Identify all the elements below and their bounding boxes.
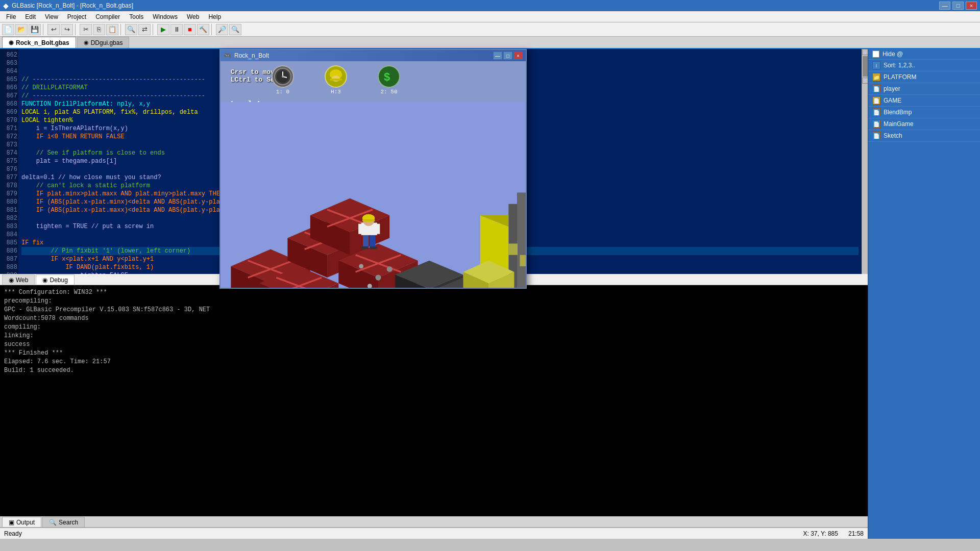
menu-view[interactable]: View — [41, 12, 62, 21]
debug-tab[interactable]: ◉ Debug — [36, 274, 74, 285]
menu-windows[interactable]: Windows — [149, 12, 182, 21]
tabs-bar: ◉ Rock_n_Bolt.gbas ◉ DDgui.gbas — [0, 37, 980, 49]
panel-item-sketch[interactable]: 📄Sketch — [868, 130, 980, 142]
scroll-up[interactable]: ▲ — [862, 49, 868, 55]
game-window[interactable]: 🎮 Rock_n_Bolt — □ × Crsr to move LCtrl t… — [219, 49, 527, 289]
panel-icon-blendbmp: 📄 — [872, 108, 880, 116]
game-window-title: Rock_n_Bolt — [234, 52, 269, 59]
scroll-down[interactable]: ▼ — [862, 78, 868, 84]
hud-player: H:3 — [325, 65, 347, 95]
svg-point-74 — [375, 275, 381, 281]
undo-button[interactable]: ↩ — [47, 24, 60, 35]
svg-rect-61 — [363, 234, 369, 248]
panel-label-sketch: Sketch — [884, 132, 902, 139]
minimize-button[interactable]: — — [939, 2, 950, 10]
replace-button[interactable]: ⇄ — [138, 24, 151, 35]
panel-item-maingame[interactable]: 📄MainGame — [868, 118, 980, 130]
tab-icon-2: ◉ — [84, 39, 89, 46]
panel-icon-maingame: 📄 — [872, 120, 880, 128]
tab-rock-n-bolt[interactable]: ◉ Rock_n_Bolt.gbas — [2, 37, 76, 48]
cut-button[interactable]: ✂ — [80, 24, 92, 35]
title-bar-right: — □ × — [939, 2, 977, 10]
menu-file[interactable]: File — [2, 12, 20, 21]
paste-button[interactable]: 📋 — [106, 24, 118, 35]
tb-sep-3 — [120, 24, 123, 35]
output-line: Elapsed: 7.6 sec. Time: 21:57 — [4, 358, 864, 366]
panel-label-platform: PLATFORM — [884, 73, 916, 81]
copy-button[interactable]: ⎘ — [93, 24, 105, 35]
menu-help[interactable]: Help — [204, 12, 225, 21]
tab-label-1: Rock_n_Bolt.gbas — [16, 39, 69, 46]
save-button[interactable]: 💾 — [29, 24, 41, 35]
web-tab[interactable]: ◉ Web — [2, 274, 35, 285]
output-tab[interactable]: ▣ Output — [2, 517, 41, 527]
sort-label: Sort: 1,2,3.. — [884, 62, 915, 69]
menu-edit[interactable]: Edit — [21, 12, 40, 21]
hud-icons: 1: 0 H:3 — [272, 65, 400, 95]
hide-checkbox[interactable]: ✓ — [872, 51, 879, 58]
pause-button[interactable]: ⏸ — [170, 24, 183, 35]
zoom-out-button[interactable]: 🔍 — [229, 24, 241, 35]
output-line: Wordcount:5078 commands — [4, 314, 864, 323]
svg-marker-11 — [517, 193, 526, 288]
game-close-btn[interactable]: × — [513, 52, 523, 60]
open-button[interactable]: 📂 — [15, 24, 28, 35]
panel-icon-player: 📄 — [872, 85, 880, 93]
hud-clock-value: 1: 0 — [276, 89, 289, 95]
title-bar: ◆ GLBasic [Rock_n_Bolt] - [Rock_n_Bolt.g… — [0, 0, 980, 11]
tab-label-2: DDgui.gbas — [91, 39, 123, 46]
output-tab-label: Output — [16, 519, 35, 526]
scroll-thumb[interactable] — [863, 56, 868, 77]
panel-label-blendbmp: BlendBmp — [884, 109, 912, 116]
panel-item-blendbmp[interactable]: 📄BlendBmp — [868, 107, 980, 118]
close-button[interactable]: × — [966, 2, 977, 10]
menu-compiler[interactable]: Compiler — [91, 12, 124, 21]
menu-bar: File Edit View Project Compiler Tools Wi… — [0, 11, 980, 22]
game-maximize-btn[interactable]: □ — [503, 52, 512, 60]
find-button[interactable]: 🔍 — [125, 24, 137, 35]
output-line: GPC - GLBasic Precompiler V.15.083 SN:f5… — [4, 306, 864, 314]
panel-item-game[interactable]: 📄GAME — [868, 95, 980, 107]
panel-item-platform[interactable]: 📁PLATFORM — [868, 71, 980, 83]
web-icon: ◉ — [9, 277, 14, 284]
game-titlebar-buttons: — □ × — [493, 52, 523, 60]
tb-sep-2 — [75, 24, 78, 35]
panel-item-player[interactable]: 📄player — [868, 83, 980, 95]
player-icon-circle — [325, 65, 347, 88]
new-button[interactable]: 📄 — [2, 24, 14, 35]
hud-player-value: H:3 — [331, 89, 341, 95]
debug-icon: ◉ — [42, 277, 47, 284]
output-line: compiling: — [4, 323, 864, 332]
hide-label: Hide @ — [883, 51, 903, 58]
hud-clock: 1: 0 — [272, 65, 294, 95]
menu-tools[interactable]: Tools — [125, 12, 148, 21]
redo-button[interactable]: ↪ — [61, 24, 73, 35]
hud-money: $ 2: 50 — [378, 65, 400, 95]
menu-project[interactable]: Project — [63, 12, 90, 21]
output-line: success — [4, 340, 864, 349]
panel-sort[interactable]: ↕ Sort: 1,2,3.. — [868, 60, 980, 71]
debug-label: Debug — [50, 277, 67, 284]
output-line: precompiling: — [4, 297, 864, 306]
game-minimize-btn[interactable]: — — [493, 52, 502, 60]
search-tab[interactable]: 🔍 Search — [42, 517, 85, 527]
svg-text:$: $ — [384, 70, 390, 83]
tb-sep-4 — [153, 24, 155, 35]
tab-ddgui[interactable]: ◉ DDgui.gbas — [77, 37, 130, 48]
stop-button[interactable]: ■ — [184, 24, 196, 35]
output-line: Build: 1 succeeded. — [4, 366, 864, 375]
scrollbar-right[interactable]: ▲ ▼ — [862, 49, 868, 274]
build-button[interactable]: 🔨 — [197, 24, 209, 35]
panel-label-player: player — [884, 85, 900, 92]
menu-web[interactable]: Web — [183, 12, 203, 21]
game-title-bar[interactable]: 🎮 Rock_n_Bolt — □ × — [220, 50, 526, 61]
sort-icon: ↕ — [872, 61, 880, 69]
zoom-in-button[interactable]: 🔎 — [216, 24, 228, 35]
run-button[interactable]: ▶ — [157, 24, 169, 35]
panel-hide[interactable]: ✓ Hide @ — [868, 49, 980, 60]
status-text: Ready — [4, 530, 22, 537]
window-title: GLBasic [Rock_n_Bolt] - [Rock_n_Bolt.gba… — [12, 2, 133, 9]
maximize-button[interactable]: □ — [952, 2, 964, 10]
output-line: linking: — [4, 332, 864, 340]
svg-rect-13 — [520, 255, 526, 266]
